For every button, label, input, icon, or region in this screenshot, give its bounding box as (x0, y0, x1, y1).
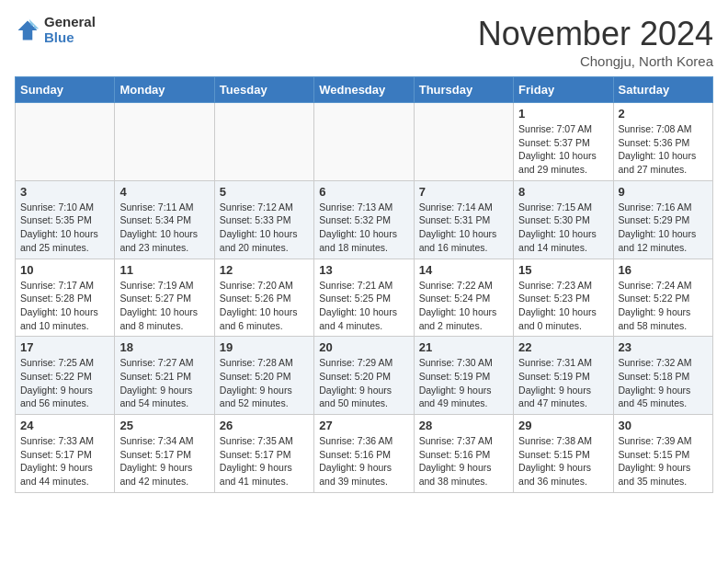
svg-marker-0 (18, 20, 38, 40)
day-info-line: Sunrise: 7:29 AM (319, 356, 408, 370)
day-info-line: Sunset: 5:15 PM (518, 448, 608, 462)
day-info-line: Sunrise: 7:31 AM (518, 356, 608, 370)
day-info: Sunrise: 7:25 AMSunset: 5:22 PMDaylight:… (20, 356, 109, 410)
day-info: Sunrise: 7:17 AMSunset: 5:28 PMDaylight:… (20, 279, 109, 333)
month-title: November 2024 (478, 15, 713, 53)
day-info: Sunrise: 7:20 AMSunset: 5:26 PMDaylight:… (220, 279, 309, 333)
day-info-line: Sunrise: 7:07 AM (518, 122, 608, 136)
calendar-day-cell: 3Sunrise: 7:10 AMSunset: 5:35 PMDaylight… (16, 180, 115, 259)
day-number: 6 (319, 185, 408, 199)
day-info-line: Sunset: 5:29 PM (619, 213, 708, 227)
day-number: 7 (419, 185, 508, 199)
day-info-line: Sunset: 5:25 PM (319, 292, 408, 305)
day-number: 30 (619, 419, 708, 432)
day-number: 10 (20, 263, 109, 277)
calendar-day-cell: 14Sunrise: 7:22 AMSunset: 5:24 PMDayligh… (414, 259, 513, 337)
day-info-line: Daylight: 9 hours and 49 minutes. (419, 384, 508, 410)
day-number: 26 (220, 419, 309, 432)
day-info-line: Daylight: 9 hours and 42 minutes. (119, 461, 209, 488)
day-info-line: Sunrise: 7:24 AM (619, 279, 708, 293)
day-info: Sunrise: 7:10 AMSunset: 5:35 PMDaylight:… (20, 201, 109, 255)
day-info-line: Sunset: 5:31 PM (419, 213, 508, 227)
day-number: 28 (419, 419, 508, 432)
day-info: Sunrise: 7:15 AMSunset: 5:30 PMDaylight:… (518, 201, 608, 255)
day-info-line: Sunrise: 7:12 AM (220, 201, 309, 214)
day-number: 3 (20, 185, 109, 199)
calendar-week-row: 24Sunrise: 7:33 AMSunset: 5:17 PMDayligh… (16, 415, 713, 493)
day-info-line: Sunrise: 7:23 AM (518, 279, 608, 293)
calendar-day-cell: 5Sunrise: 7:12 AMSunset: 5:33 PMDaylight… (214, 180, 313, 259)
calendar-day-cell (314, 103, 414, 181)
day-info-line: Sunset: 5:36 PM (619, 136, 708, 150)
calendar-body: 1Sunrise: 7:07 AMSunset: 5:37 PMDaylight… (16, 103, 713, 493)
calendar-day-cell: 12Sunrise: 7:20 AMSunset: 5:26 PMDayligh… (214, 259, 313, 337)
day-info-line: Sunrise: 7:16 AM (619, 201, 708, 214)
calendar-day-cell: 6Sunrise: 7:13 AMSunset: 5:32 PMDaylight… (314, 180, 414, 259)
calendar-day-cell: 19Sunrise: 7:28 AMSunset: 5:20 PMDayligh… (214, 337, 313, 415)
weekday-header: Friday (514, 77, 613, 103)
day-info: Sunrise: 7:31 AMSunset: 5:19 PMDaylight:… (518, 356, 608, 410)
day-number: 14 (419, 263, 508, 277)
calendar-day-cell (414, 103, 513, 181)
day-info-line: Daylight: 9 hours and 52 minutes. (220, 384, 309, 410)
logo-icon (15, 17, 40, 43)
calendar-day-cell: 2Sunrise: 7:08 AMSunset: 5:36 PMDaylight… (613, 103, 712, 181)
day-info-line: Sunrise: 7:14 AM (419, 201, 508, 214)
day-info-line: Daylight: 10 hours and 0 minutes. (518, 305, 608, 332)
calendar-day-cell: 26Sunrise: 7:35 AMSunset: 5:17 PMDayligh… (214, 415, 313, 493)
weekday-header: Sunday (16, 77, 115, 103)
calendar-day-cell: 20Sunrise: 7:29 AMSunset: 5:20 PMDayligh… (314, 337, 414, 415)
calendar-day-cell: 28Sunrise: 7:37 AMSunset: 5:16 PMDayligh… (414, 415, 513, 493)
calendar-day-cell: 21Sunrise: 7:30 AMSunset: 5:19 PMDayligh… (414, 337, 513, 415)
day-info: Sunrise: 7:35 AMSunset: 5:17 PMDaylight:… (220, 434, 309, 488)
day-info: Sunrise: 7:07 AMSunset: 5:37 PMDaylight:… (518, 122, 608, 177)
logo-blue: Blue (44, 30, 96, 46)
day-info: Sunrise: 7:27 AMSunset: 5:21 PMDaylight:… (119, 356, 209, 410)
day-number: 18 (119, 340, 209, 354)
day-info: Sunrise: 7:38 AMSunset: 5:15 PMDaylight:… (518, 434, 608, 488)
day-info-line: Sunset: 5:19 PM (518, 370, 608, 384)
day-number: 9 (619, 185, 708, 199)
calendar-week-row: 3Sunrise: 7:10 AMSunset: 5:35 PMDaylight… (16, 180, 713, 259)
day-info-line: Sunrise: 7:37 AM (419, 434, 508, 448)
day-info-line: Daylight: 9 hours and 39 minutes. (319, 461, 408, 488)
day-info-line: Sunset: 5:22 PM (619, 292, 708, 305)
day-info-line: Daylight: 9 hours and 45 minutes. (619, 384, 708, 410)
calendar-week-row: 17Sunrise: 7:25 AMSunset: 5:22 PMDayligh… (16, 337, 713, 415)
day-info-line: Sunrise: 7:30 AM (419, 356, 508, 370)
day-info: Sunrise: 7:22 AMSunset: 5:24 PMDaylight:… (419, 279, 508, 333)
day-info: Sunrise: 7:28 AMSunset: 5:20 PMDaylight:… (220, 356, 309, 410)
day-info-line: Sunrise: 7:25 AM (20, 356, 109, 370)
day-info-line: Sunset: 5:15 PM (619, 448, 708, 462)
day-info-line: Daylight: 9 hours and 44 minutes. (20, 461, 109, 488)
calendar-week-row: 10Sunrise: 7:17 AMSunset: 5:28 PMDayligh… (16, 259, 713, 337)
day-info-line: Sunset: 5:16 PM (419, 448, 508, 462)
day-info-line: Sunset: 5:18 PM (619, 370, 708, 384)
day-info-line: Sunset: 5:23 PM (518, 292, 608, 305)
day-info-line: Daylight: 10 hours and 10 minutes. (20, 305, 109, 332)
day-info-line: Sunset: 5:27 PM (119, 292, 209, 305)
day-info-line: Sunset: 5:17 PM (20, 448, 109, 462)
calendar-day-cell: 1Sunrise: 7:07 AMSunset: 5:37 PMDaylight… (514, 103, 613, 181)
day-info-line: Sunrise: 7:39 AM (619, 434, 708, 448)
calendar-day-cell: 16Sunrise: 7:24 AMSunset: 5:22 PMDayligh… (613, 259, 712, 337)
day-info-line: Sunset: 5:34 PM (119, 213, 209, 227)
weekday-header: Thursday (414, 77, 513, 103)
day-number: 24 (20, 419, 109, 432)
day-info-line: Daylight: 9 hours and 38 minutes. (419, 461, 508, 488)
calendar-day-cell (16, 103, 115, 181)
day-info-line: Sunrise: 7:21 AM (319, 279, 408, 293)
logo-text: General Blue (44, 15, 96, 45)
day-info: Sunrise: 7:13 AMSunset: 5:32 PMDaylight:… (319, 201, 408, 255)
day-info: Sunrise: 7:08 AMSunset: 5:36 PMDaylight:… (619, 122, 708, 177)
day-info-line: Sunset: 5:19 PM (419, 370, 508, 384)
weekday-header: Monday (115, 77, 214, 103)
location-subtitle: Chongju, North Korea (478, 53, 713, 69)
day-info: Sunrise: 7:39 AMSunset: 5:15 PMDaylight:… (619, 434, 708, 488)
calendar-day-cell: 25Sunrise: 7:34 AMSunset: 5:17 PMDayligh… (115, 415, 214, 493)
day-info-line: Sunset: 5:33 PM (220, 213, 309, 227)
day-info-line: Sunset: 5:24 PM (419, 292, 508, 305)
day-info-line: Sunrise: 7:15 AM (518, 201, 608, 214)
day-info-line: Sunrise: 7:34 AM (119, 434, 209, 448)
day-number: 13 (319, 263, 408, 277)
